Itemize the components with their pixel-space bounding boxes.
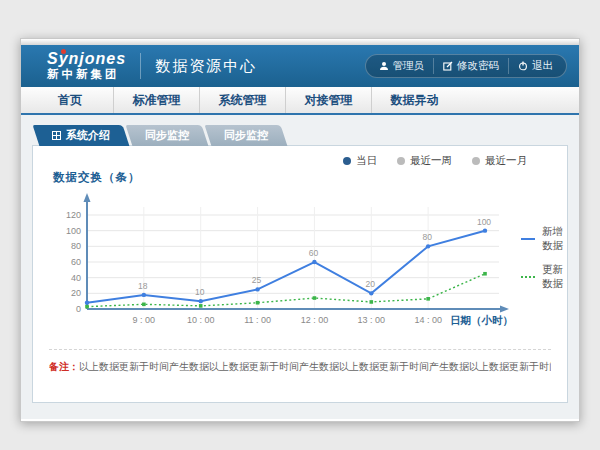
radio-last-week[interactable]: 最近一周 bbox=[397, 154, 452, 168]
user-name-item[interactable]: 管理员 bbox=[370, 58, 434, 74]
chart-row: 0204060801001209 : 0010 : 0011 : 0012 : … bbox=[49, 185, 551, 341]
nav-item-standard-mgmt[interactable]: 标准管理 bbox=[113, 87, 199, 113]
nav-item-system-mgmt[interactable]: 系统管理 bbox=[199, 87, 285, 113]
nav-item-data-change[interactable]: 数据异动 bbox=[371, 87, 457, 113]
svg-text:80: 80 bbox=[71, 241, 81, 251]
svg-text:9 : 00: 9 : 00 bbox=[133, 315, 156, 325]
power-icon bbox=[518, 61, 528, 71]
header: Synjones 新中新集团 数据资源中心 管理员 修改密码 bbox=[21, 45, 579, 87]
radio-label: 最近一周 bbox=[410, 154, 452, 168]
radio-dot-icon bbox=[343, 157, 351, 165]
radio-label: 当日 bbox=[356, 154, 377, 168]
tab-sync-monitor-1[interactable]: 同步监控 bbox=[126, 125, 209, 146]
edit-icon bbox=[443, 61, 453, 71]
app-window: Synjones 新中新集团 数据资源中心 管理员 修改密码 bbox=[20, 38, 580, 422]
svg-text:20: 20 bbox=[71, 288, 81, 298]
svg-text:11 : 00: 11 : 00 bbox=[244, 315, 271, 325]
svg-text:0: 0 bbox=[76, 304, 81, 314]
logo-secondary: 新中新集团 bbox=[47, 69, 126, 81]
chart-legend: 新增数据 更新数据 bbox=[521, 225, 565, 291]
svg-text:80: 80 bbox=[422, 232, 432, 242]
line-chart: 0204060801001209 : 0010 : 0011 : 0012 : … bbox=[49, 185, 515, 341]
svg-text:40: 40 bbox=[71, 273, 81, 283]
change-password-label: 修改密码 bbox=[457, 59, 499, 73]
tab-label: 系统介绍 bbox=[66, 128, 110, 143]
radio-label: 最近一月 bbox=[485, 154, 527, 168]
tab-label: 同步监控 bbox=[224, 128, 268, 143]
legend-label: 新增数据 bbox=[542, 225, 565, 253]
svg-text:10: 10 bbox=[195, 287, 205, 297]
y-axis-label: 数据交换（条） bbox=[53, 170, 551, 185]
svg-text:25: 25 bbox=[252, 275, 262, 285]
legend-sample bbox=[521, 276, 535, 278]
header-divider bbox=[140, 53, 141, 79]
grid-icon bbox=[52, 131, 61, 140]
content-area: 系统介绍 同步监控 同步监控 当日 最近一周 bbox=[21, 115, 579, 419]
tab-sync-monitor-2[interactable]: 同步监控 bbox=[205, 125, 288, 146]
logout-button[interactable]: 退出 bbox=[508, 58, 562, 74]
radio-dot-icon bbox=[472, 157, 480, 165]
tab-label: 同步监控 bbox=[145, 128, 189, 143]
change-password-button[interactable]: 修改密码 bbox=[433, 58, 508, 74]
footnote-text: 以上数据更新于时间产生数据以上数据更新于时间产生数据以上数据更新于时间产生数据以… bbox=[79, 361, 551, 372]
page-title: 数据资源中心 bbox=[155, 57, 257, 76]
footnote: 备注：以上数据更新于时间产生数据以上数据更新于时间产生数据以上数据更新于时间产生… bbox=[49, 349, 551, 374]
legend-item-updated-data: 更新数据 bbox=[521, 263, 565, 291]
nav-item-home[interactable]: 首页 bbox=[27, 87, 113, 113]
svg-text:12 : 00: 12 : 00 bbox=[301, 315, 329, 325]
range-radio-group: 当日 最近一周 最近一月 bbox=[49, 154, 551, 168]
tab-bar: 系统介绍 同步监控 同步监控 bbox=[32, 125, 568, 146]
radio-last-month[interactable]: 最近一月 bbox=[472, 154, 527, 168]
svg-text:60: 60 bbox=[309, 248, 319, 258]
svg-text:60: 60 bbox=[71, 257, 81, 267]
nav-item-integration-mgmt[interactable]: 对接管理 bbox=[285, 87, 371, 113]
radio-dot-icon bbox=[397, 157, 405, 165]
radio-today[interactable]: 当日 bbox=[343, 154, 377, 168]
logo-primary: Synjones bbox=[47, 51, 126, 67]
tab-system-intro[interactable]: 系统介绍 bbox=[33, 125, 130, 146]
legend-item-new-data: 新增数据 bbox=[521, 225, 565, 253]
svg-text:100: 100 bbox=[477, 217, 491, 227]
chart-panel: 当日 最近一周 最近一月 数据交换（条） 0204060801001209 : … bbox=[32, 145, 568, 403]
svg-text:120: 120 bbox=[66, 210, 81, 220]
legend-sample bbox=[521, 238, 535, 240]
logo: Synjones 新中新集团 bbox=[47, 51, 126, 81]
user-name-label: 管理员 bbox=[393, 59, 425, 73]
user-icon bbox=[379, 61, 389, 71]
main-nav: 首页 标准管理 系统管理 对接管理 数据异动 bbox=[21, 87, 579, 115]
user-toolbar: 管理员 修改密码 退出 bbox=[365, 54, 568, 78]
svg-text:100: 100 bbox=[66, 226, 81, 236]
legend-label: 更新数据 bbox=[542, 263, 565, 291]
svg-text:18: 18 bbox=[138, 281, 148, 291]
svg-text:日期（小时）: 日期（小时） bbox=[450, 314, 513, 327]
svg-text:20: 20 bbox=[366, 279, 376, 289]
svg-text:13 : 00: 13 : 00 bbox=[358, 315, 386, 325]
svg-text:10 : 00: 10 : 00 bbox=[187, 315, 215, 325]
svg-text:14 : 00: 14 : 00 bbox=[414, 315, 442, 325]
footnote-prefix: 备注： bbox=[49, 361, 79, 372]
logout-label: 退出 bbox=[532, 59, 553, 73]
